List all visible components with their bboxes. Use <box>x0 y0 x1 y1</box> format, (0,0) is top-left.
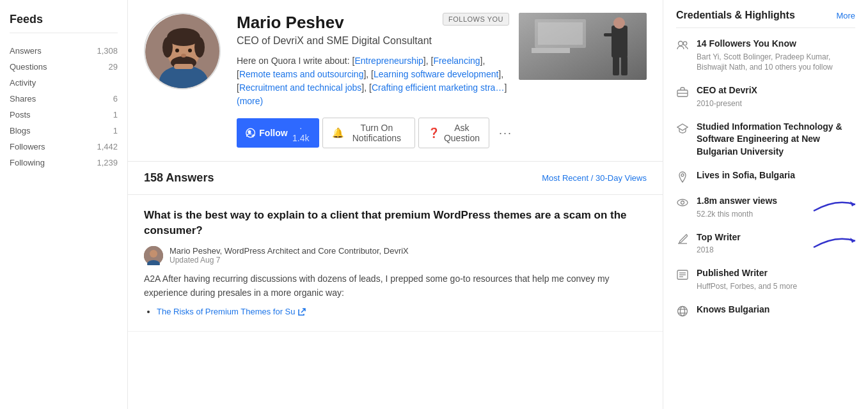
answer-updated: Updated Aug 7 <box>170 256 409 265</box>
profile-avatar <box>144 13 221 89</box>
sidebar-count-questions: 29 <box>109 62 118 72</box>
answers-count: 158 Answers <box>144 171 214 185</box>
sidebar-item-posts[interactable]: Posts 1 <box>10 107 118 123</box>
svg-point-10 <box>188 49 192 52</box>
profile-photo-svg <box>519 13 647 80</box>
views-icon <box>676 196 689 209</box>
location-icon <box>676 171 689 183</box>
answer-author-avatar <box>144 246 163 265</box>
sidebar-item-activity[interactable]: Activity <box>10 75 118 91</box>
svg-point-45 <box>678 306 688 316</box>
sidebar-label-questions: Questions <box>10 62 47 72</box>
answer-link[interactable]: The Risks of Premium Themes for Su <box>157 307 647 316</box>
credential-views: 1.8m answer views 52.2k this month <box>676 195 855 219</box>
bio-more-link[interactable]: (more) <box>237 96 263 106</box>
sidebar-item-following[interactable]: Following 1,239 <box>10 155 118 171</box>
people-icon <box>676 39 689 52</box>
location-label: Lives in Sofia, Bulgaria <box>697 170 795 180</box>
left-sidebar: Feeds Answers 1,308 Questions 29 Activit… <box>0 0 128 409</box>
followers-you-know-label: 14 Followers You Know <box>697 38 796 49</box>
sort-30day[interactable]: 30-Day Views <box>596 173 647 183</box>
answers-sort: Most Recent / 30-Day Views <box>542 173 647 183</box>
sidebar-item-followers[interactable]: Followers 1,442 <box>10 139 118 155</box>
follows-you-badge: FOLLOWS YOU <box>443 13 509 26</box>
sidebar-label-shares: Shares <box>10 94 36 104</box>
svg-point-35 <box>681 174 684 176</box>
bio-link-freelancing[interactable]: Freelancing <box>433 56 480 66</box>
top-writer-label: Top Writer <box>697 232 741 242</box>
credential-location: Lives in Sofia, Bulgaria <box>676 169 855 183</box>
profile-bio: Here on Quora I write about: [Entreprene… <box>237 54 519 108</box>
credential-published: Published Writer HuffPost, Forbes, and 5… <box>676 267 855 291</box>
credentials-header: Credentials & Highlights More <box>676 10 855 28</box>
notifications-button[interactable]: 🔔 Turn On Notifications <box>322 118 415 148</box>
profile-job-title: CEO of DevriX and SME Digital Consultant <box>237 35 519 47</box>
more-icon: ··· <box>499 127 512 139</box>
credentials-more-link[interactable]: More <box>836 11 855 20</box>
bio-link-recruitment[interactable]: Recruitment and technical jobs <box>239 82 361 93</box>
svg-point-31 <box>683 42 687 45</box>
action-bar: Follow · 1.4k 🔔 Turn On Notifications ❓ … <box>237 118 519 148</box>
follow-icon <box>246 127 255 139</box>
ceo-label: CEO at DevriX <box>697 85 757 95</box>
answer-link-text: The Risks of Premium Themes for Su <box>157 307 296 316</box>
work-icon <box>676 86 689 98</box>
sidebar-count-answers: 1,308 <box>97 46 118 56</box>
answer-author-info: Mario Peshev, WordPress Architect and Co… <box>170 246 409 265</box>
right-sidebar: Credentials & Highlights More 14 Followe… <box>663 0 868 409</box>
sidebar-count-posts: 1 <box>113 110 118 120</box>
sidebar-item-questions[interactable]: Questions 29 <box>10 59 118 75</box>
bio-link-entrepreneurship[interactable]: Entrepreneurship <box>354 56 423 66</box>
sort-separator: / <box>591 173 594 183</box>
ask-question-button[interactable]: ❓ Ask Question <box>418 118 489 148</box>
top-writer-sub: 2018 <box>697 245 741 256</box>
svg-rect-22 <box>612 26 627 58</box>
svg-point-7 <box>194 37 205 58</box>
credential-language: Knows Bulgarian <box>676 304 855 318</box>
published-icon <box>676 268 689 281</box>
bio-link-software[interactable]: Learning software development <box>374 69 498 79</box>
svg-point-37 <box>681 201 684 204</box>
sidebar-item-blogs[interactable]: Blogs 1 <box>10 123 118 139</box>
credential-text-location: Lives in Sofia, Bulgaria <box>697 169 795 182</box>
bio-link-marketing[interactable]: Crafting efficient marketing stra… <box>372 82 505 93</box>
feeds-title: Feeds <box>10 13 118 33</box>
sidebar-label-blogs: Blogs <box>10 126 31 135</box>
views-sub: 52.2k this month <box>697 209 777 220</box>
svg-point-46 <box>681 306 685 316</box>
svg-point-14 <box>248 130 251 134</box>
bio-link-remote[interactable]: Remote teams and outsourcing <box>239 69 364 79</box>
answer-question[interactable]: What is the best way to explain to a cli… <box>144 208 647 238</box>
main-content: Mario Peshev CEO of DevriX and SME Digit… <box>128 0 663 409</box>
sidebar-item-shares[interactable]: Shares 6 <box>10 91 118 107</box>
credential-text-language: Knows Bulgarian <box>697 304 769 316</box>
sidebar-label-following: Following <box>10 158 45 167</box>
svg-point-6 <box>162 37 173 58</box>
credential-top-writer: Top Writer 2018 <box>676 231 855 256</box>
question-icon: ❓ <box>428 127 440 139</box>
answer-item: What is the best way to explain to a cli… <box>128 195 663 332</box>
ask-question-label: Ask Question <box>444 123 480 143</box>
writer-icon <box>676 233 689 245</box>
views-label: 1.8m answer views <box>697 196 777 206</box>
svg-point-11 <box>181 54 186 58</box>
sort-most-recent[interactable]: Most Recent <box>542 173 588 183</box>
sidebar-item-answers[interactable]: Answers 1,308 <box>10 43 118 59</box>
arrow-annotation-writer <box>810 231 862 251</box>
answer-body: A2A After having recurring discussions w… <box>144 272 647 300</box>
svg-rect-25 <box>621 56 627 75</box>
published-label: Published Writer <box>697 268 768 278</box>
follow-button[interactable]: Follow · 1.4k <box>237 118 319 148</box>
language-label: Knows Bulgarian <box>697 304 769 314</box>
sidebar-count-following: 1,239 <box>97 158 118 167</box>
sidebar-label-answers: Answers <box>10 46 42 56</box>
profile-info: Mario Peshev CEO of DevriX and SME Digit… <box>237 13 519 148</box>
answer-meta: Mario Peshev, WordPress Architect and Co… <box>144 246 647 265</box>
credential-text-education: Studied Information Technology & Softwar… <box>697 121 855 158</box>
more-button[interactable]: ··· <box>493 122 519 144</box>
credential-followers-you-know: 14 Followers You Know Bart Yi, Scott Bol… <box>676 38 855 73</box>
notifications-label: Turn On Notifications <box>348 123 406 143</box>
ceo-sub: 2010-present <box>697 98 757 109</box>
answer-bullet-list: The Risks of Premium Themes for Su <box>144 306 647 316</box>
credential-text-followers: 14 Followers You Know Bart Yi, Scott Bol… <box>697 38 855 73</box>
